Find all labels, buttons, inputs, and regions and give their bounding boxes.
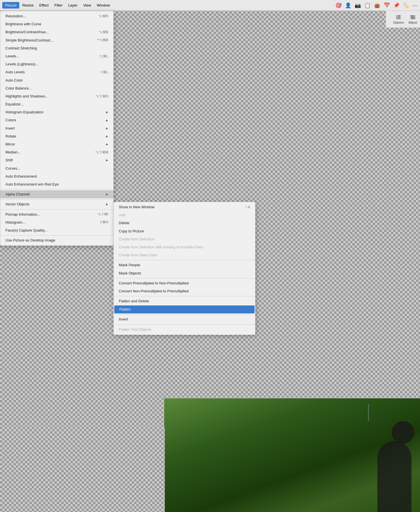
submenu-divider-4 — [114, 314, 255, 315]
more-icon: ⋯ — [413, 2, 418, 9]
menu-pixmap-information[interactable]: Pixmap Information... ⌥⇧⌘I — [0, 211, 113, 218]
pin-icon: 📌 — [393, 2, 400, 9]
submenu-divider-5 — [114, 324, 255, 325]
submenu-convert-premultiplied-non[interactable]: Convert Premultiplied to Non-Premultipli… — [114, 279, 255, 287]
wallet-icon: 👜 — [374, 2, 380, 9]
submenu-add[interactable]: Add — [114, 211, 255, 219]
menubar: Picture Resize Effect Filter Layer View … — [0, 0, 420, 11]
submenu-mask-people[interactable]: Mask People — [114, 261, 255, 269]
menu-simple-brightness[interactable]: Simple Brightness/Contrast... ^⌥⌘B — [0, 36, 113, 44]
menu-equalizer[interactable]: Equalizer... — [0, 100, 113, 108]
photo-area-left — [0, 427, 165, 512]
calendar-icon: 📅 — [384, 2, 390, 9]
menu-histogram-equalization[interactable]: Histogram Equalization — [0, 108, 113, 116]
submenu-divider-1 — [114, 260, 255, 260]
adjust-icon — [410, 14, 416, 20]
tag-icon: 🏷️ — [403, 2, 409, 9]
menu-vector-objects[interactable]: Vector Objects — [0, 200, 113, 208]
menu-auto-enhancement-red-eye[interactable]: Auto Enhancement w/o Red Eye — [0, 180, 113, 188]
menu-alpha-channel[interactable]: Alpha Channel — [0, 190, 113, 198]
menu-divider-1 — [0, 189, 113, 190]
menu-use-desktop-image[interactable]: Use Picture as Desktop Image — [0, 236, 113, 244]
menu-contrast-stretching[interactable]: Contrast Stretching — [0, 44, 113, 52]
menu-divider-2 — [0, 199, 113, 199]
submenu-copy-to-picture[interactable]: Copy to Picture — [114, 227, 255, 235]
menu-highlights-shadows[interactable]: Highlights and Shadows... ⌥⇧⌘D — [0, 92, 113, 100]
camera-icon: 📷 — [355, 2, 361, 9]
menubar-view[interactable]: View — [80, 2, 94, 9]
submenu-show-new-window[interactable]: Show in New Window ^ A — [114, 203, 255, 211]
submenu-convert-non-premultiplied[interactable]: Convert Non-Premultiplied to Premultipli… — [114, 287, 255, 295]
menu-auto-color[interactable]: Auto Color — [0, 76, 113, 84]
picture-dropdown-menu: Resolution... ⌥⌘R Brightness with Curve … — [0, 11, 114, 246]
options-button[interactable]: Options — [393, 14, 404, 24]
menu-rotate[interactable]: Rotate — [0, 132, 113, 140]
submenu-flatten-text-objects[interactable]: Flatten Text Objects — [114, 326, 255, 334]
svg-rect-3 — [399, 15, 400, 16]
menubar-window[interactable]: Window — [94, 2, 113, 9]
svg-rect-7 — [411, 15, 412, 16]
menu-shift[interactable]: Shift — [0, 156, 113, 164]
submenu-delete[interactable]: Delete — [114, 219, 255, 227]
menu-brightness-curve[interactable]: Brightness with Curve — [0, 20, 113, 28]
target-icon: 🎯 — [335, 2, 342, 9]
menu-histogram[interactable]: Histogram... ⇧⌘H — [0, 218, 113, 226]
submenu-create-from-deep-data[interactable]: Create from Deep Data — [114, 251, 255, 259]
menu-color-balance[interactable]: Color Balance... — [0, 84, 113, 92]
options-icon — [396, 14, 401, 20]
menu-curves[interactable]: Curves... — [0, 165, 113, 172]
submenu-flatten-and-delete[interactable]: Flatten and Delete — [114, 297, 255, 305]
submenu-divider-2 — [114, 278, 255, 278]
toolbar: Options Adjust — [386, 11, 420, 28]
menu-divider-3 — [0, 209, 113, 210]
adjust-button[interactable]: Adjust — [408, 14, 417, 24]
menu-colors[interactable]: Colors — [0, 116, 113, 124]
svg-rect-6 — [410, 18, 415, 19]
menu-auto-levels[interactable]: Auto Levels ⇧⌘L — [0, 68, 113, 76]
svg-rect-2 — [396, 18, 401, 19]
submenu-flatten[interactable]: Flatten — [114, 305, 255, 313]
submenu-create-from-selection-erasing[interactable]: Create from Selection with erasing of in… — [114, 243, 255, 251]
menu-divider-4 — [0, 235, 113, 236]
svg-rect-8 — [412, 17, 413, 18]
menu-levels[interactable]: Levels... ⌥⌘L — [0, 52, 113, 60]
menu-mirror[interactable]: Mirror — [0, 140, 113, 148]
adjust-label: Adjust — [408, 21, 417, 24]
submenu-create-from-selection[interactable]: Create from Selection — [114, 235, 255, 243]
submenu-mask-objects[interactable]: Mask Objects — [114, 269, 255, 277]
alpha-channel-submenu: Show in New Window ^ A Add Delete Copy t… — [113, 202, 255, 335]
person-icon: 👤 — [345, 2, 351, 9]
menu-auto-enhancement[interactable]: Auto Enhancement — [0, 172, 113, 180]
svg-rect-1 — [396, 17, 401, 18]
menubar-resize[interactable]: Resize — [19, 2, 36, 9]
menu-resolution[interactable]: Resolution... ⌥⌘R — [0, 12, 113, 20]
submenu-invert[interactable]: Invert — [114, 315, 255, 323]
clipboard-icon: 📋 — [364, 2, 371, 9]
menu-brightness-contrast-hue[interactable]: Brightness/Contrast/Hue... ⌥⌘B — [0, 28, 113, 36]
menu-levels-lightness[interactable]: Levels (Lightness)... — [0, 60, 113, 68]
menu-invert[interactable]: Invert — [0, 124, 113, 132]
menu-face-capture-quality[interactable]: Face(s) Capture Quality... — [0, 226, 113, 234]
menubar-layer[interactable]: Layer — [65, 2, 80, 9]
menubar-picture[interactable]: Picture — [2, 2, 19, 9]
menubar-effect[interactable]: Effect — [36, 2, 51, 9]
menu-median[interactable]: Median... ⌥⇧⌘M — [0, 148, 113, 156]
submenu-divider-3 — [114, 296, 255, 296]
menubar-filter[interactable]: Filter — [51, 2, 65, 9]
options-label: Options — [393, 21, 404, 24]
photo-area — [164, 398, 420, 512]
